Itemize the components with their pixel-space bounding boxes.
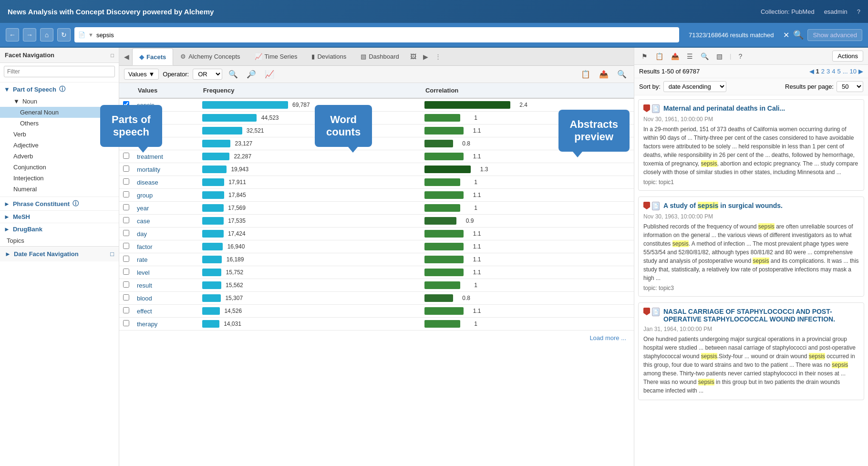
collapse-facet-nav-button[interactable]: □ xyxy=(111,52,114,58)
nav-forward-button[interactable]: → xyxy=(23,28,36,41)
row-value[interactable]: result xyxy=(133,279,198,292)
search-zoom-button[interactable]: 🔍 xyxy=(226,68,240,80)
row-checkbox-cell[interactable] xyxy=(119,253,133,266)
tab-image-icon[interactable]: 🖼 xyxy=(406,51,420,62)
row-value[interactable]: year xyxy=(133,202,198,215)
row-checkbox[interactable] xyxy=(123,307,129,313)
tab-alchemy-concepts[interactable]: ⚙ Alchemy Concepts xyxy=(173,48,247,65)
row-checkbox-cell[interactable] xyxy=(119,228,133,240)
export-button[interactable]: 📤 xyxy=(669,51,682,62)
result-title[interactable]: Maternal and perinatal deaths in Cali... xyxy=(663,104,859,112)
nav-back-button[interactable]: ← xyxy=(6,28,19,41)
copy-results-button[interactable]: 📋 xyxy=(653,51,666,62)
facet-part-of-speech[interactable]: ▼ Part of Speech ⓘ xyxy=(0,82,119,96)
zoom-button[interactable]: 🔍 xyxy=(615,68,629,80)
clear-search-button[interactable]: ✕ xyxy=(783,31,789,40)
row-checkbox[interactable] xyxy=(123,153,129,159)
facet-mesh[interactable]: ► MeSH xyxy=(0,210,119,223)
row-checkbox-cell[interactable] xyxy=(119,98,133,112)
row-checkbox[interactable] xyxy=(123,191,129,197)
share-button[interactable]: 📤 xyxy=(597,68,611,80)
nav-refresh-button[interactable]: ↻ xyxy=(57,28,71,41)
facet-phrase-constituent[interactable]: ► Phrase Constituent ⓘ xyxy=(0,197,119,210)
col-frequency-header[interactable]: Frequency xyxy=(198,83,421,98)
zoom-in-button[interactable]: 🔍 xyxy=(698,51,711,62)
facet-noun[interactable]: ▼ Noun xyxy=(0,96,119,107)
row-checkbox-cell[interactable] xyxy=(119,124,133,137)
tab-deviations[interactable]: ▮ Deviations xyxy=(304,48,353,65)
per-page-select[interactable]: 10 25 50 100 xyxy=(837,81,863,92)
search-input[interactable] xyxy=(96,31,675,39)
result-title[interactable]: A study of sepsis in surgical wounds. xyxy=(663,202,859,209)
row-checkbox[interactable] xyxy=(123,204,129,210)
result-title[interactable]: NASAL CARRIAGE OF STAPHYLOCOCCI AND POST… xyxy=(663,308,859,323)
row-checkbox[interactable] xyxy=(123,269,129,275)
row-checkbox-cell[interactable] xyxy=(119,163,133,176)
facet-numeral[interactable]: Numeral xyxy=(0,184,119,195)
row-checkbox-cell[interactable] xyxy=(119,266,133,279)
tab-prev-button[interactable]: ◀ xyxy=(121,51,132,62)
facet-verb[interactable]: Verb xyxy=(0,129,119,140)
row-checkbox[interactable] xyxy=(123,166,129,172)
row-checkbox[interactable] xyxy=(123,294,129,300)
operator-select[interactable]: OR AND NOT xyxy=(193,69,222,80)
actions-dropdown-button[interactable]: Actions xyxy=(832,51,863,62)
page-2[interactable]: 2 xyxy=(821,68,825,75)
tab-more-button[interactable]: ▶ xyxy=(420,51,431,62)
col-correlation-header[interactable]: Correlation xyxy=(421,83,634,98)
show-advanced-button[interactable]: Show advanced xyxy=(807,29,862,41)
facet-topics[interactable]: Topics xyxy=(0,235,119,246)
copy-button[interactable]: 📋 xyxy=(579,68,593,80)
row-value[interactable]: treatment xyxy=(133,150,198,163)
collection-selector[interactable]: Collection: PubMed xyxy=(761,8,815,15)
row-checkbox-cell[interactable] xyxy=(119,189,133,202)
page-10[interactable]: 10 xyxy=(850,68,857,75)
date-facet-nav[interactable]: ► Date Facet Navigation □ xyxy=(0,246,119,261)
help-button[interactable]: ? xyxy=(857,8,860,15)
facet-adverb[interactable]: Adverb xyxy=(0,151,119,162)
page-1[interactable]: 1 xyxy=(816,68,819,75)
page-4[interactable]: 4 xyxy=(832,68,835,75)
row-checkbox-cell[interactable] xyxy=(119,137,133,150)
row-checkbox-cell[interactable] xyxy=(119,292,133,305)
facet-interjection[interactable]: Interjection xyxy=(0,173,119,184)
row-checkbox[interactable] xyxy=(123,230,129,236)
row-checkbox-cell[interactable] xyxy=(119,215,133,228)
row-value[interactable]: mortality xyxy=(133,163,198,176)
row-checkbox[interactable] xyxy=(123,217,129,223)
row-value[interactable]: effect xyxy=(133,305,198,318)
row-checkbox-cell[interactable] xyxy=(119,176,133,189)
row-checkbox[interactable] xyxy=(123,256,129,262)
row-value[interactable]: disease xyxy=(133,176,198,189)
help-results-button[interactable]: ? xyxy=(736,51,744,62)
user-menu[interactable]: esadmin xyxy=(824,8,847,15)
facet-drugbank[interactable]: ► DrugBank xyxy=(0,223,119,235)
col-values-header[interactable]: Values xyxy=(133,83,198,98)
row-checkbox-cell[interactable] xyxy=(119,279,133,292)
row-checkbox-cell[interactable] xyxy=(119,318,133,331)
row-value[interactable]: factor xyxy=(133,240,198,253)
facet-general-noun[interactable]: General Noun xyxy=(0,107,119,118)
row-value[interactable]: rate xyxy=(133,253,198,266)
facet-filter-input[interactable] xyxy=(4,66,115,77)
row-value[interactable]: level xyxy=(133,266,198,279)
tab-dashboard[interactable]: ▧ Dashboard xyxy=(353,48,406,65)
search-button[interactable]: 🔍 xyxy=(793,30,804,40)
facet-others[interactable]: Others xyxy=(0,118,119,129)
row-value[interactable]: case xyxy=(133,215,198,228)
row-value[interactable]: day xyxy=(133,228,198,240)
row-value[interactable]: study xyxy=(133,124,198,137)
search-plus-button[interactable]: 🔎 xyxy=(244,68,258,80)
row-checkbox[interactable] xyxy=(123,281,129,288)
tab-facets[interactable]: ◆ Facets xyxy=(132,48,173,65)
flag-button[interactable]: ⚑ xyxy=(639,51,650,62)
row-checkbox[interactable] xyxy=(123,320,129,326)
tab-options-button[interactable]: ⋮ xyxy=(431,51,445,62)
row-value[interactable]: therapy xyxy=(133,318,198,331)
dropdown-icon[interactable]: ▼ xyxy=(88,32,93,38)
row-checkbox-cell[interactable] xyxy=(119,202,133,215)
grid-button[interactable]: ▧ xyxy=(714,51,725,62)
prev-page-button[interactable]: ◀ xyxy=(809,68,814,75)
row-value[interactable]: patient xyxy=(133,112,198,124)
page-5[interactable]: 5 xyxy=(837,68,840,75)
